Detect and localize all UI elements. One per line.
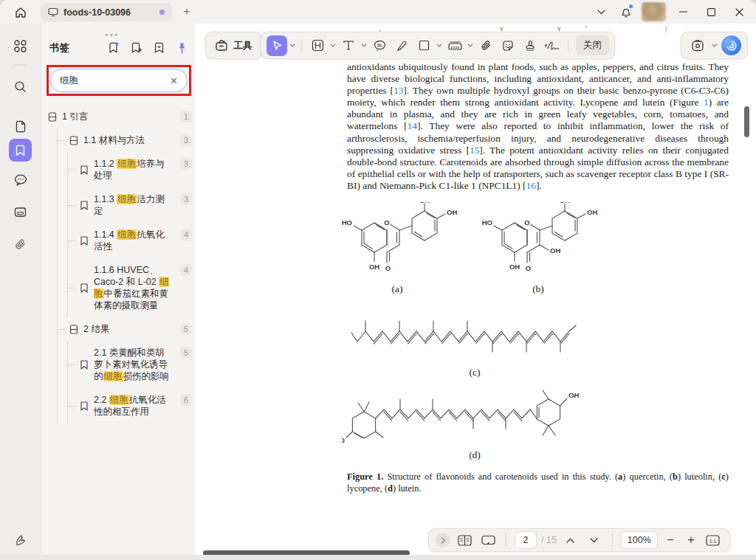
- collapse-branch-icon[interactable]: [69, 325, 78, 334]
- zoom-in-icon[interactable]: +: [683, 533, 699, 547]
- close-toolbar-button[interactable]: 关闭: [576, 35, 609, 55]
- svg-text:OH: OH: [447, 208, 457, 216]
- bookmark-expand-icon[interactable]: [152, 41, 165, 55]
- citation-link[interactable]: 15: [470, 145, 479, 156]
- tree-branch-children: 1.1 材料与方法31.1.2 细胞培养与处理31.1.3 细胞活力测定31.1…: [57, 128, 192, 424]
- attachment-icon[interactable]: [9, 233, 32, 256]
- svg-text:1:1: 1:1: [709, 538, 717, 543]
- citation-link[interactable]: 16: [526, 180, 535, 191]
- text-tool[interactable]: [338, 35, 359, 56]
- collapse-branch-icon[interactable]: [47, 112, 57, 122]
- shape-tool-chevron[interactable]: [436, 36, 443, 55]
- measure-tool-chevron[interactable]: [467, 36, 474, 55]
- bookmark-add-icon[interactable]: [129, 41, 142, 55]
- text-segment: 细胞: [117, 229, 137, 240]
- notification-bell-icon[interactable]: [616, 2, 636, 21]
- signature-tool[interactable]: [542, 35, 563, 56]
- zoom-level[interactable]: 100%: [621, 531, 658, 549]
- attach-file-tool[interactable]: [475, 35, 496, 56]
- text-segment: 1 引言: [62, 111, 88, 122]
- screenshot-tool[interactable]: [687, 35, 708, 56]
- bookmark-label: 1 引言: [62, 111, 158, 122]
- bookmark-item[interactable]: 2.2 细胞抗氧化活性的相互作用6: [68, 388, 192, 424]
- bookmark-item[interactable]: 2.1 类黄酮和类胡萝卜素对氧化诱导的细胞损伤的影响5: [68, 341, 192, 388]
- svg-text:OH: OH: [587, 208, 597, 216]
- text-segment: 1.1.4: [94, 229, 117, 240]
- previous-page-icon[interactable]: [561, 531, 580, 549]
- bookmark-leaf-icon: [79, 165, 89, 175]
- shape-rectangle-tool[interactable]: [413, 35, 434, 56]
- page-number-badge: 4: [180, 264, 192, 276]
- bookmark-search-input[interactable]: 细胞 ✕: [50, 69, 188, 92]
- svg-text:O: O: [385, 264, 391, 272]
- highlighter-pen-tool[interactable]: [391, 35, 412, 56]
- presentation-mode-icon[interactable]: [478, 531, 498, 549]
- bookmark-item[interactable]: 1.1.3 细胞活力测定3: [68, 187, 192, 223]
- text-tool-chevron[interactable]: [360, 36, 368, 55]
- bookmark-item[interactable]: 1.1 材料与方法3: [58, 128, 192, 152]
- svg-text:OH: OH: [560, 202, 570, 204]
- dropdown-chevron[interactable]: [591, 2, 611, 21]
- citation-link[interactable]: 1: [704, 97, 709, 108]
- bookmark-label: 1.1.4 细胞抗氧化活性: [94, 229, 171, 252]
- maximize-button[interactable]: [700, 2, 722, 21]
- clear-search-icon[interactable]: ✕: [170, 75, 178, 86]
- actual-size-icon[interactable]: 1:1: [704, 531, 723, 549]
- vertical-scrollbar[interactable]: [744, 106, 749, 137]
- bookmark-auto-icon[interactable]: [106, 41, 120, 55]
- text-segment: Structure of flavonoids and carotenoids …: [383, 471, 618, 482]
- search-icon[interactable]: [9, 75, 32, 98]
- svg-text:O: O: [384, 218, 389, 227]
- new-tab-button[interactable]: +: [180, 6, 193, 19]
- notes-icon[interactable]: [9, 201, 32, 224]
- pages-icon[interactable]: [9, 115, 32, 138]
- bookmark-item[interactable]: 1.1.2 细胞培养与处理3: [68, 152, 192, 187]
- svg-text:OH: OH: [509, 263, 520, 271]
- text-segment: 细胞: [117, 194, 137, 204]
- current-page-input[interactable]: 2: [515, 531, 537, 549]
- bookmarks-icon[interactable]: [9, 139, 32, 162]
- ai-assistant-icon[interactable]: [721, 35, 741, 55]
- avatar[interactable]: [642, 2, 666, 21]
- text-segment: 1.1.6 HUVEC、Caco-2 和 L-02: [94, 265, 159, 287]
- bookmark-item[interactable]: 1.1.6 HUVEC、Caco-2 和 L-02 细胞中番茄红素和黄体素的摄取…: [68, 258, 192, 317]
- two-page-view-icon[interactable]: [455, 531, 474, 549]
- close-window-button[interactable]: [728, 2, 750, 21]
- collapse-branch-icon[interactable]: [69, 136, 78, 145]
- next-page-icon[interactable]: [585, 531, 604, 549]
- bookmark-item[interactable]: 1.1.4 细胞抗氧化活性4: [68, 223, 192, 258]
- highlight-h-tool[interactable]: [307, 35, 328, 56]
- pin-icon[interactable]: [175, 41, 188, 55]
- highlight-tool-chevron[interactable]: [329, 36, 337, 55]
- tools-button[interactable]: 工具: [205, 32, 262, 59]
- structure-d-lutein: HO OH: [342, 379, 585, 453]
- comments-icon[interactable]: [9, 168, 32, 191]
- minimize-button[interactable]: [672, 2, 694, 21]
- bookmark-item[interactable]: 2 结果5: [58, 317, 192, 341]
- stamp-tool[interactable]: [520, 35, 540, 56]
- svg-text:OH: OH: [550, 246, 560, 255]
- draw-icon[interactable]: [9, 528, 32, 551]
- apps-grid-icon[interactable]: [9, 35, 32, 58]
- document-tab[interactable]: foods-10-03096: [41, 3, 172, 21]
- text-segment: 1.1 材料与方法: [83, 135, 145, 145]
- page-number-badge: 3: [180, 193, 192, 205]
- home-button[interactable]: [10, 4, 31, 21]
- page-number-badge: 6: [180, 394, 192, 406]
- sidebar-rail: [0, 24, 41, 555]
- bookmark-item[interactable]: 1 引言1: [47, 105, 192, 128]
- pdf-viewport[interactable]: ,yy’| antioxidants ubiquitously found in…: [196, 24, 756, 555]
- measure-ruler-tool[interactable]: [444, 35, 465, 56]
- cursor-tool-chevron[interactable]: [289, 36, 296, 55]
- citation-link[interactable]: 14: [408, 120, 417, 131]
- collapse-bar-icon[interactable]: [436, 533, 450, 547]
- comment-tool[interactable]: [369, 35, 390, 56]
- sticker-tool[interactable]: [498, 35, 518, 56]
- zoom-out-icon[interactable]: −: [662, 533, 678, 547]
- svg-text:OH: OH: [369, 263, 379, 271]
- text-segment: 细胞: [103, 371, 123, 381]
- display-icon: [48, 7, 58, 17]
- select-cursor-tool[interactable]: [267, 35, 287, 56]
- citation-link[interactable]: 13: [394, 85, 403, 96]
- screenshot-chevron[interactable]: [711, 36, 718, 55]
